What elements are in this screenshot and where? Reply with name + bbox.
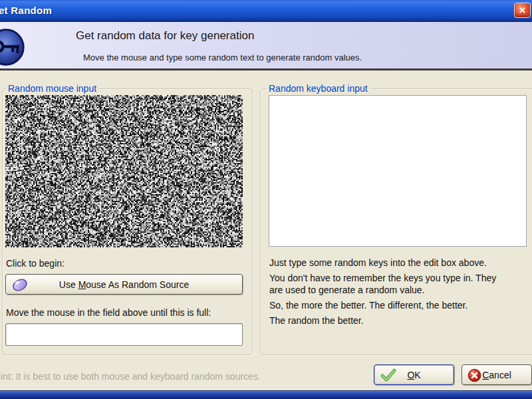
keyboard-input-field[interactable] bbox=[269, 95, 527, 247]
mouse-icon bbox=[11, 278, 29, 292]
mouse-group-label: Random mouse input bbox=[6, 83, 98, 94]
keyboard-group-label: Random keyboard input bbox=[267, 83, 370, 94]
instruction-line: Just type some random keys into the edit… bbox=[269, 257, 532, 269]
progress-label: Move the mouse in the field above until … bbox=[6, 307, 211, 318]
header-title: Get random data for key generation bbox=[76, 29, 254, 43]
green-check-icon bbox=[380, 368, 397, 382]
header-separator bbox=[0, 68, 532, 70]
red-x-icon bbox=[467, 368, 482, 382]
header-subtitle: Move the mouse and type some random text… bbox=[83, 53, 362, 63]
cancel-button-label: Cancel bbox=[482, 370, 511, 380]
instruction-line: So, the more the better. The different, … bbox=[269, 299, 532, 311]
get-random-dialog: Get Random ✕ Get random data for key gen… bbox=[0, 0, 532, 399]
window-bottom-border bbox=[0, 390, 532, 399]
cancel-button[interactable]: Cancel bbox=[462, 364, 532, 385]
ok-button-label: OK bbox=[407, 370, 420, 380]
click-to-begin-label: Click to begin: bbox=[6, 258, 65, 269]
close-icon[interactable]: ✕ bbox=[514, 3, 531, 18]
mouse-noise-field[interactable] bbox=[5, 95, 243, 247]
key-icon bbox=[0, 28, 25, 66]
keyboard-instructions: Just type some random keys into the edit… bbox=[269, 257, 532, 330]
use-mouse-button-label: Use Mouse As Random Source bbox=[59, 279, 189, 290]
header-banner: Get random data for key generation Move … bbox=[0, 22, 532, 68]
instruction-line: The random the better. bbox=[269, 315, 532, 327]
use-mouse-button[interactable]: Use Mouse As Random Source bbox=[5, 274, 243, 295]
ok-button[interactable]: OK bbox=[374, 364, 454, 385]
instruction-line: You don't have to remember the keys you … bbox=[269, 272, 532, 296]
mouse-progress-bar bbox=[5, 323, 243, 346]
window-title: Get Random bbox=[0, 5, 52, 16]
hint-text: Hint: It is best to use both mouse and k… bbox=[0, 371, 261, 382]
title-bar[interactable]: Get Random ✕ bbox=[0, 0, 532, 22]
